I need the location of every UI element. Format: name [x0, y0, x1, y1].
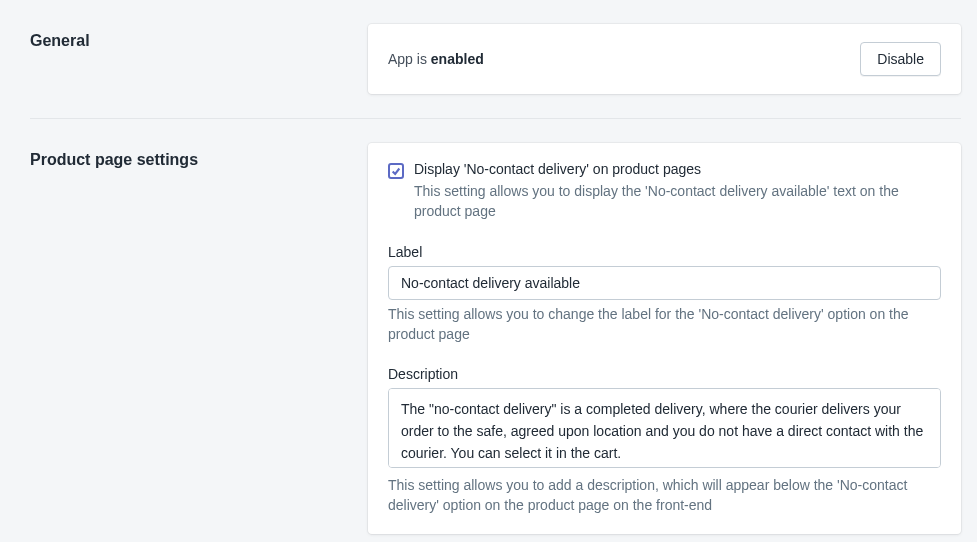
disable-button[interactable]: Disable — [860, 42, 941, 76]
description-field-help: This setting allows you to add a descrip… — [388, 475, 941, 516]
description-textarea[interactable] — [388, 388, 941, 468]
display-no-contact-help: This setting allows you to display the '… — [414, 181, 941, 222]
section-general: General App is enabled Disable — [0, 0, 977, 118]
app-status-prefix: App is — [388, 51, 431, 67]
app-status-value: enabled — [431, 51, 484, 67]
label-field-help: This setting allows you to change the la… — [388, 304, 941, 345]
section-title-general: General — [30, 32, 344, 50]
section-title-product-page: Product page settings — [30, 151, 344, 169]
section-aside: Product page settings — [30, 143, 344, 534]
label-input[interactable] — [388, 266, 941, 300]
card-product-page: Display 'No-contact delivery' on product… — [368, 143, 961, 534]
app-status-row: App is enabled Disable — [388, 42, 941, 76]
description-field: Description This setting allows you to a… — [388, 366, 941, 516]
check-icon — [391, 166, 401, 176]
section-aside: General — [30, 24, 344, 94]
display-no-contact-checkbox[interactable] — [388, 163, 404, 179]
label-field-label: Label — [388, 244, 941, 260]
card-general: App is enabled Disable — [368, 24, 961, 94]
display-no-contact-label[interactable]: Display 'No-contact delivery' on product… — [414, 161, 941, 177]
display-no-contact-content: Display 'No-contact delivery' on product… — [414, 161, 941, 222]
app-status-text: App is enabled — [388, 51, 484, 67]
section-product-page: Product page settings Display 'No-contac… — [0, 119, 977, 542]
display-no-contact-row: Display 'No-contact delivery' on product… — [388, 161, 941, 222]
label-field: Label This setting allows you to change … — [388, 244, 941, 345]
description-field-label: Description — [388, 366, 941, 382]
